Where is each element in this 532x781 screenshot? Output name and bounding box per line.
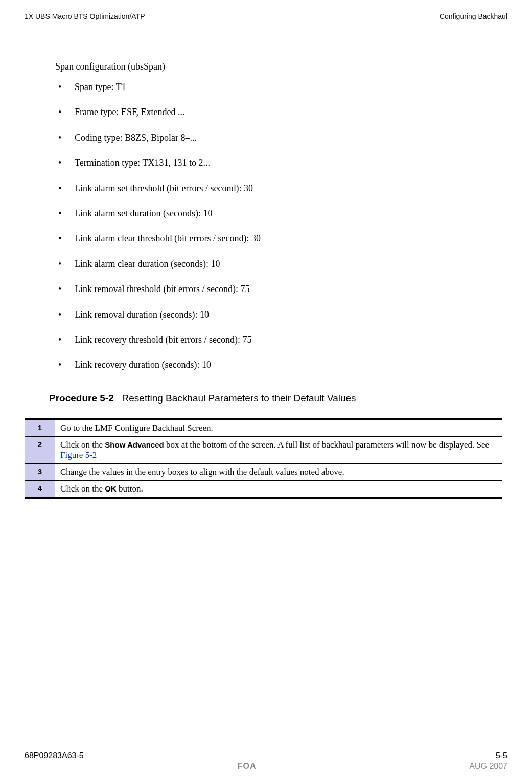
- span-param-item: Link removal threshold (bit errors / sec…: [55, 283, 502, 295]
- span-param-item: Span type: T1: [55, 81, 502, 93]
- page-number: 5-5: [496, 751, 507, 761]
- span-param-item: Link removal duration (seconds): 10: [55, 309, 502, 321]
- procedure-heading: Procedure 5-2 Resetting Backhaul Paramet…: [49, 393, 502, 404]
- figure-link[interactable]: Figure 5-2: [60, 450, 97, 460]
- span-param-item: Frame type: ESF, Extended ...: [55, 106, 502, 118]
- table-row: 4 Click on the OK button.: [25, 480, 502, 498]
- table-row: 3 Change the values in the entry boxes t…: [25, 463, 502, 480]
- step-description: Change the values in the entry boxes to …: [55, 463, 502, 480]
- step-number: 1: [25, 419, 55, 436]
- step-number: 3: [25, 463, 55, 480]
- procedure-table: 1 Go to the LMF Configure Backhaul Scree…: [25, 418, 502, 499]
- span-param-item: Link recovery duration (seconds): 10: [55, 359, 502, 371]
- span-param-item: Link alarm clear duration (seconds): 10: [55, 258, 502, 270]
- header-right: Configuring Backhaul: [440, 12, 507, 20]
- step-description: Click on the Show Advanced box at the bo…: [55, 436, 502, 463]
- step-description: Click on the OK button.: [55, 480, 502, 498]
- page-header: 1X UBS Macro BTS Optimization/ATP Config…: [25, 12, 507, 20]
- span-param-item: Termination type: TX131, 131 to 2...: [55, 157, 502, 169]
- span-param-item: Link alarm clear threshold (bit errors /…: [55, 233, 502, 244]
- table-row: 2 Click on the Show Advanced box at the …: [25, 436, 502, 463]
- procedure-title: Resetting Backhaul Parameters to their D…: [122, 393, 356, 404]
- foa-label: FOA: [238, 762, 257, 771]
- span-param-item: Link recovery threshold (bit errors / se…: [55, 334, 502, 346]
- footer-date: AUG 2007: [469, 762, 507, 771]
- page-footer: 68P09283A63-5 5-5 FOA AUG 2007: [25, 751, 507, 771]
- header-left: 1X UBS Macro BTS Optimization/ATP: [25, 12, 145, 20]
- step-number: 2: [25, 436, 55, 463]
- span-param-item: Link alarm set threshold (bit errors / s…: [55, 183, 502, 194]
- span-config-list: Span type: T1 Frame type: ESF, Extended …: [55, 81, 502, 371]
- doc-number: 68P09283A63-5: [25, 751, 84, 761]
- step-number: 4: [25, 480, 55, 498]
- span-param-item: Coding type: B8ZS, Bipolar 8–...: [55, 132, 502, 144]
- span-config-title: Span configuration (ubsSpan): [55, 61, 502, 72]
- table-row: 1 Go to the LMF Configure Backhaul Scree…: [25, 419, 502, 436]
- procedure-number: Procedure 5-2: [49, 393, 114, 404]
- span-param-item: Link alarm set duration (seconds): 10: [55, 208, 502, 219]
- step-description: Go to the LMF Configure Backhaul Screen.: [55, 419, 502, 436]
